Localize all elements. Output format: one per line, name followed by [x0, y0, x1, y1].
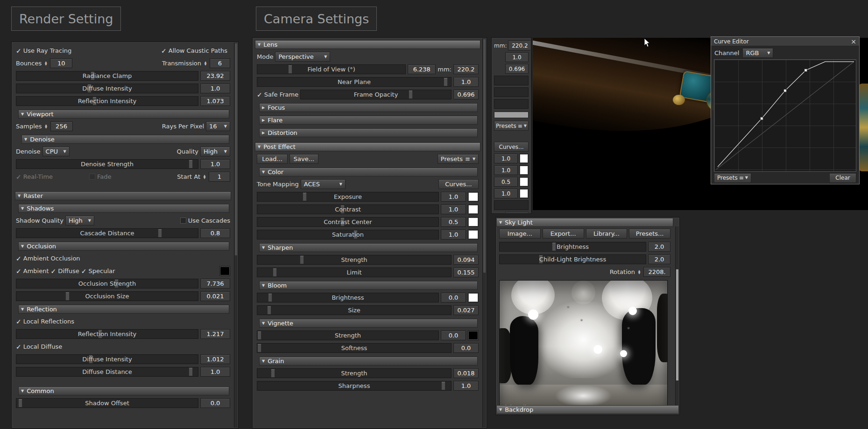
diffuse-distance-slider[interactable]: Diffuse Distance [16, 367, 198, 377]
local-reflection-intensity-slider[interactable]: Reflection Intensity [16, 329, 198, 339]
denoise-strength-slider[interactable]: Denoise Strength [16, 159, 198, 169]
bloom-color-swatch[interactable] [468, 293, 479, 302]
curves-button[interactable]: Curves... [438, 179, 479, 189]
grain-strength-slider[interactable]: Strength [257, 368, 452, 378]
sharpen-strength-slider[interactable]: Strength [257, 255, 452, 265]
bloom-brightness-value[interactable]: 0.0 [441, 293, 466, 302]
contrast-center-value[interactable]: 0.5 [441, 217, 466, 227]
start-at-value[interactable]: 1 [209, 172, 230, 182]
local-diffuse-intensity-value[interactable]: 1.012 [200, 354, 230, 364]
bounces-value[interactable]: 10 [50, 58, 72, 68]
grain-strength-value[interactable]: 0.018 [453, 368, 479, 378]
softness-slider[interactable]: Softness [257, 343, 452, 353]
bloom-brightness-slider[interactable]: Brightness [257, 293, 439, 302]
mode-dropdown[interactable]: Perspective ▼ [275, 52, 330, 62]
save-button[interactable]: Save... [289, 154, 318, 164]
shadow-offset-slider[interactable]: Shadow Offset [16, 398, 198, 408]
radiance-clamp-value[interactable]: 23.92 [200, 71, 230, 81]
camera-settings-window-title[interactable]: Camera Settings [256, 7, 377, 31]
sharpen-strength-value[interactable]: 0.094 [453, 255, 479, 265]
diffuse-intensity-value[interactable]: 1.0 [200, 84, 230, 93]
reflection-intensity-slider[interactable]: Reflection Intensity [16, 96, 198, 106]
strip-color-value-2[interactable]: 1.0 [494, 165, 518, 175]
section-header-backdrop[interactable]: ▼ Backdrop [496, 405, 679, 414]
curve-editor-titlebar[interactable]: Curve Editor × [711, 37, 859, 46]
contrast-value[interactable]: 1.0 [441, 204, 466, 214]
strip-slider[interactable] [494, 87, 529, 97]
child-light-brightness-value[interactable]: 2.0 [648, 254, 670, 264]
fov-slider[interactable]: Field of View (°) [257, 64, 406, 74]
diffuse-distance-value[interactable]: 1.0 [200, 367, 230, 377]
allow-caustic-paths-checkbox[interactable]: ✓ [161, 48, 167, 54]
section-header-distortion[interactable]: ▶ Distortion [259, 128, 478, 137]
contrast-slider[interactable]: Contrast [257, 204, 439, 214]
section-header-shadows[interactable]: ▼ Shadows [18, 204, 229, 213]
strip-slider[interactable] [494, 200, 529, 210]
strip-presets-button[interactable]: Presets ≡ ▼ [494, 121, 529, 131]
occlusion-size-value[interactable]: 0.021 [200, 291, 230, 301]
denoise-mode-dropdown[interactable]: CPU ▼ [42, 147, 70, 156]
specular-checkbox[interactable]: ✓ [81, 268, 87, 274]
section-header-raster[interactable]: ▼ Raster [15, 191, 231, 200]
section-header-vignette[interactable]: ▼ Vignette [259, 319, 478, 328]
radiance-clamp-slider[interactable]: Radiance Clamp [16, 71, 198, 81]
sky-brightness-slider[interactable]: Brightness [499, 242, 646, 252]
rotation-spinner[interactable]: ▲▼ [637, 270, 642, 274]
use-ray-tracing-checkbox[interactable]: ✓ [16, 48, 21, 54]
post-effect-presets-button[interactable]: Presets ≡ ▼ [438, 154, 479, 164]
contrast-center-color-swatch[interactable] [468, 217, 479, 227]
use-cascades-checkbox[interactable] [180, 218, 186, 224]
strip-color-value-1[interactable]: 1.0 [494, 154, 518, 163]
strip-color-value-4[interactable]: 1.0 [494, 189, 518, 198]
cascade-distance-slider[interactable]: Cascade Distance [16, 228, 198, 238]
child-light-brightness-slider[interactable]: Child-Light Brightness [499, 254, 646, 264]
occlusion-strength-value[interactable]: 7.736 [200, 279, 230, 288]
vignette-color-swatch[interactable] [468, 331, 479, 340]
section-header-color[interactable]: ▼ Color [259, 168, 478, 176]
strip-scroll-thumb[interactable] [494, 112, 529, 118]
limit-slider[interactable]: Limit [257, 267, 452, 277]
render-settings-window-title[interactable]: Render Setting [11, 7, 121, 31]
occlusion-size-slider[interactable]: Occlusion Size [16, 291, 198, 301]
occlusion-color-swatch[interactable] [219, 266, 230, 276]
frame-opacity-slider[interactable]: Frame Opacity [300, 90, 452, 99]
local-reflection-intensity-value[interactable]: 1.217 [200, 329, 230, 339]
strip-slider[interactable] [494, 99, 529, 109]
curve-clear-button[interactable]: Clear [829, 173, 856, 183]
fov-value[interactable]: 6.238 [408, 64, 436, 74]
image-button[interactable]: Image... [499, 229, 541, 239]
contrast-center-slider[interactable]: Contrast Center [257, 217, 439, 227]
section-header-flare[interactable]: ▶ Flare [259, 116, 478, 125]
export-button[interactable]: Export... [543, 229, 584, 239]
section-header-denoise[interactable]: ▼ Denoise [21, 135, 229, 144]
start-at-spinner[interactable]: ▲▼ [202, 175, 207, 179]
library-button[interactable]: Library... [586, 229, 628, 239]
strip-color-swatch-2[interactable] [519, 165, 529, 175]
near-plane-slider[interactable]: Near Plane [257, 77, 452, 87]
frame-opacity-value[interactable]: 0.696 [453, 90, 479, 99]
reflection-intensity-value[interactable]: 1.073 [200, 96, 230, 106]
channel-dropdown[interactable]: RGB ▼ [742, 48, 773, 58]
diffuse-intensity-slider[interactable]: Diffuse Intensity [16, 84, 198, 93]
saturation-color-swatch[interactable] [468, 230, 479, 239]
shadow-offset-value[interactable]: 0.0 [200, 398, 230, 408]
samples-value[interactable]: 256 [50, 121, 73, 131]
vignette-strength-slider[interactable]: Strength [257, 331, 439, 340]
section-header-bloom[interactable]: ▼ Bloom [259, 281, 478, 290]
softness-value[interactable]: 0.0 [453, 343, 479, 353]
strip-mm-value[interactable]: 220.2 [508, 41, 530, 50]
vignette-strength-value[interactable]: 0.0 [441, 331, 466, 340]
limit-value[interactable]: 0.155 [453, 267, 479, 277]
saturation-value[interactable]: 1.0 [441, 230, 466, 239]
sky-brightness-value[interactable]: 2.0 [648, 242, 670, 252]
strip-slider[interactable] [494, 76, 529, 85]
rays-per-pixel-dropdown[interactable]: 16 ▼ [206, 121, 230, 131]
mm-value[interactable]: 220.2 [453, 64, 479, 74]
occlusion-strength-slider[interactable]: Occlusion Strength [16, 279, 198, 288]
denoise-strength-value[interactable]: 1.0 [200, 159, 230, 169]
strip-color-swatch-4[interactable] [519, 189, 529, 198]
curve-canvas[interactable] [714, 59, 856, 172]
section-header-common[interactable]: ▼ Common [18, 387, 229, 395]
strip-color-swatch-3[interactable] [519, 177, 529, 187]
rotation-value[interactable]: 2208. [643, 267, 670, 277]
